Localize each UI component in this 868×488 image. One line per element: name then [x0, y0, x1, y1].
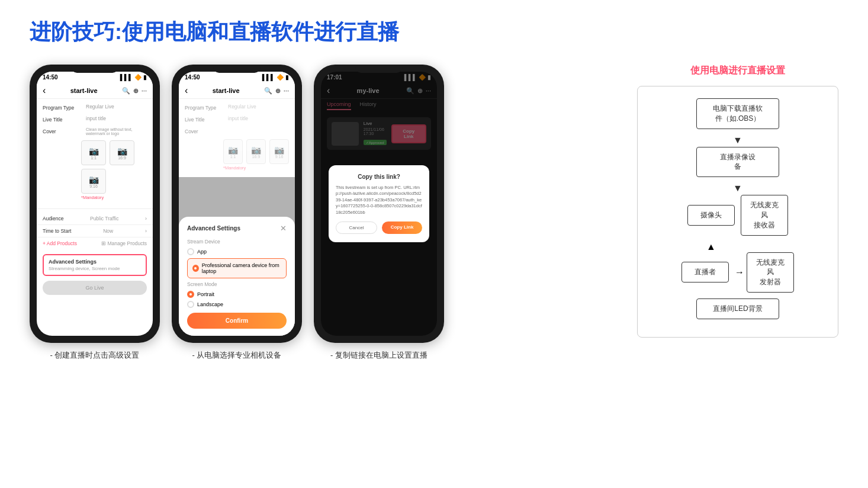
cover-box-9x16[interactable]: 📷 9:16 [81, 169, 106, 194]
diag-arrow-1: ▼ [650, 135, 826, 146]
diag-arrow-2: ▼ [650, 183, 826, 194]
time-value: Now [103, 228, 113, 234]
camera-icon: 📷 [89, 146, 99, 156]
p2-camera-icon: 📷 [228, 145, 238, 155]
diag-transmitter-box: 无线麦克风发射器 [747, 252, 794, 293]
program-type-value: Regular Live [86, 104, 147, 111]
radio-portrait-label: Portrait [197, 291, 214, 297]
phone2-header-title: start-live [213, 87, 240, 94]
phone2-back-icon[interactable]: ‹ [185, 85, 188, 96]
modal-sheet: Advanced Settings ✕ Stream Device App Pr… [179, 217, 295, 336]
page-title: 进阶技巧:使用电脑和直播软件进行直播 [30, 18, 838, 47]
modal-header: Advanced Settings ✕ [187, 224, 287, 233]
products-row: + Add Products ⊞ Manage Products [37, 237, 153, 249]
phone1-header-icons: 🔍 ⊕ ··· [122, 87, 147, 95]
dialog-overlay: Copy this link? This livestream is set u… [321, 72, 437, 336]
radio-landscape-circle [187, 301, 194, 308]
main-container: 进阶技巧:使用电脑和直播软件进行直播 14:50 ▌▌▌ 🔶 ▮ [0, 0, 868, 488]
modal-close-icon[interactable]: ✕ [280, 224, 287, 233]
arrow-icon: › [145, 216, 147, 221]
more-icon-2[interactable]: ··· [284, 87, 289, 94]
phone1-screen: 14:50 ▌▌▌ 🔶 ▮ ‹ start-live [37, 72, 153, 336]
cover-ratio-2: 16:9 [118, 156, 126, 160]
p2-cover-boxes: 📷 1:1 📷 16:9 📷 9:16 [185, 139, 289, 164]
cover-box-1x1[interactable]: 📷 1:1 [81, 140, 106, 165]
p2-live-title-value: input title [228, 115, 289, 123]
dialog-text: This livestream is set up from PC. URL:r… [336, 185, 422, 216]
radio-app[interactable]: App [187, 248, 287, 255]
radio-portrait[interactable]: Portrait [187, 291, 287, 298]
p2-program-type-value: Regular Live [228, 104, 289, 111]
diag-transmitter-label: 无线麦克风发射器 [756, 258, 785, 287]
search-icon-3[interactable]: 🔍 [264, 87, 272, 95]
radio-portrait-circle [187, 291, 194, 298]
dialog-copy-btn[interactable]: Copy Link [382, 221, 422, 234]
live-title-value: input title [86, 115, 147, 123]
audience-value: Public Traffic [90, 216, 119, 221]
cover-ratio-3: 9:16 [89, 184, 98, 188]
p2-cover-box-1: 📷 1:1 [223, 139, 243, 164]
dialog-box: Copy this link? This livestream is set u… [329, 165, 429, 243]
battery-icon: ▮ [143, 74, 147, 81]
phone1-back-icon[interactable]: ‹ [43, 85, 46, 96]
radio-app-label: App [197, 249, 207, 255]
diag-streamer-label: 直播者 [695, 268, 716, 276]
audience-row[interactable]: Audience Public Traffic › [37, 213, 153, 225]
advanced-settings-box[interactable]: Advanced Settings Streamming device, Scr… [43, 254, 147, 276]
p2-program-type-row: Program Type Regular Live [185, 104, 289, 111]
diag-record-box: 直播录像设备 [696, 147, 779, 178]
cart-icon-2[interactable]: ⊕ [275, 87, 281, 95]
cover-label: Cover [43, 127, 81, 136]
p2-camera-icon-2: 📷 [251, 145, 261, 155]
diag-record-label: 直播录像设备 [720, 153, 756, 171]
time-row[interactable]: Time to Start Now › [37, 225, 153, 237]
phone3-notch [355, 65, 403, 73]
live-title-label: Live Title [43, 115, 81, 123]
cover-ratio-1: 1:1 [91, 156, 97, 160]
phone2-status-icons: ▌▌▌ 🔶 ▮ [262, 74, 289, 81]
p2-live-title-row: Live Title input title [185, 115, 289, 123]
diag-row-2: 直播录像设备 [650, 147, 826, 178]
arrow-right-icon: → [735, 267, 744, 278]
p2-mandatory-text: *Mandatory [185, 165, 289, 171]
dialog-cancel-btn[interactable]: Cancel [336, 221, 377, 234]
camera-icon-2: 📷 [117, 146, 127, 156]
screen-mode-title: Screen Mode [187, 281, 287, 287]
battery-icon-2: ▮ [285, 74, 289, 81]
radio-landscape[interactable]: Landscape [187, 301, 287, 308]
cover-boxes: 📷 1:1 📷 16:9 📷 9:16 [43, 140, 147, 194]
radio-pro-circle [192, 265, 199, 272]
phone1-wrapper: 14:50 ▌▌▌ 🔶 ▮ ‹ start-live [30, 65, 160, 361]
manage-products-btn[interactable]: ⊞ Manage Products [101, 240, 147, 246]
cover-row: Cover Clean image without text, watermar… [43, 127, 147, 136]
p2-cover-row: Cover [185, 127, 289, 134]
p2-cover-box-3: 📷 9:16 [269, 139, 289, 164]
signal-icon: ▌▌▌ [120, 74, 133, 81]
arrow-icon-2: › [145, 228, 147, 234]
add-products-btn[interactable]: + Add Products [43, 240, 77, 246]
search-icon[interactable]: 🔍 [122, 87, 130, 95]
phone1-statusbar: 14:50 ▌▌▌ 🔶 ▮ [37, 72, 153, 83]
phone2-caption: - 从电脑选择专业相机设备 [192, 350, 282, 361]
go-live-button[interactable]: Go Live [43, 281, 147, 295]
wifi-icon: 🔶 [134, 74, 142, 81]
cover-box-16x9[interactable]: 📷 16:9 [110, 140, 134, 165]
p2-camera-icon-3: 📷 [274, 145, 284, 155]
radio-pro-label: Professional camera device from laptop [202, 262, 281, 274]
phone1-app-header: ‹ start-live 🔍 ⊕ ··· [37, 83, 153, 99]
cart-icon[interactable]: ⊕ [133, 87, 139, 95]
advanced-settings-subtitle: Streamming device, Screen mode [49, 266, 141, 271]
radio-pro[interactable]: Professional camera device from laptop [187, 258, 287, 278]
divider1 [37, 208, 153, 209]
panel-title: 使用电脑进行直播设置 [637, 65, 838, 77]
more-icon[interactable]: ··· [142, 87, 147, 94]
diag-row-4: 直播者 → 无线麦克风发射器 [650, 252, 826, 293]
phone-section: 14:50 ▌▌▌ 🔶 ▮ ‹ start-live [30, 65, 619, 361]
confirm-button[interactable]: Confirm [187, 313, 287, 329]
phone3-wrapper: 17:01 ▌▌▌ 🔶 ▮ ‹ my-live [314, 65, 444, 361]
radio-app-circle [187, 248, 194, 255]
cover-value: Clean image without text, watermark or l… [86, 127, 147, 136]
phone2-screen: 14:50 ▌▌▌ 🔶 ▮ ‹ start-live [179, 72, 295, 336]
radio-landscape-label: Landscape [197, 301, 223, 307]
signal-icon-2: ▌▌▌ [262, 74, 275, 81]
